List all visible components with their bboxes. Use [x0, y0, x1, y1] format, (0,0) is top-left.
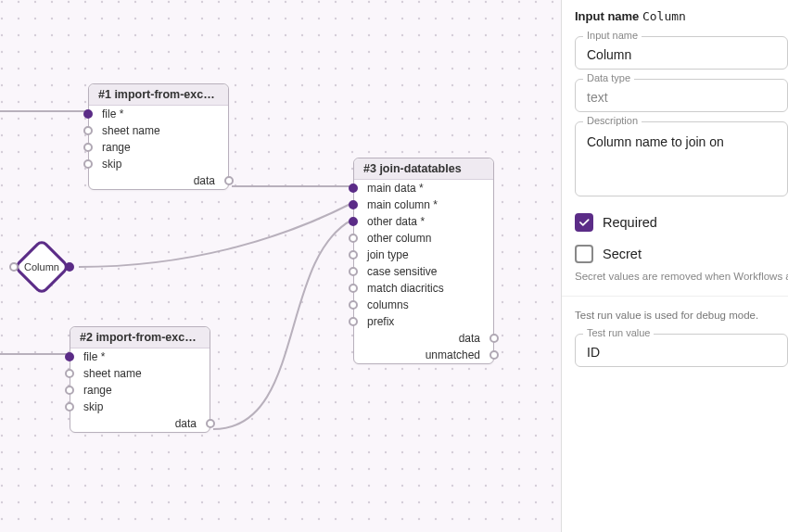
port-dot[interactable]: [489, 350, 499, 360]
port-label: skip: [102, 158, 121, 171]
port-dot[interactable]: [224, 176, 234, 185]
port-dot[interactable]: [349, 284, 358, 293]
port-in[interactable]: main column *: [354, 196, 493, 213]
node-header: #2 import-from-excel...: [70, 327, 210, 348]
port-label: data: [175, 417, 197, 430]
required-row: Required: [575, 213, 788, 232]
node-header: #3 join-datatables: [354, 158, 493, 180]
test-run-hint: Test run value is used for debug mode.: [575, 308, 788, 323]
port-label: main data *: [367, 182, 424, 195]
port-dot[interactable]: [349, 234, 358, 243]
field-legend: Input name: [583, 30, 642, 41]
port-label: other data *: [367, 215, 425, 228]
port-in[interactable]: sheet name: [89, 122, 228, 139]
port-out[interactable]: data: [354, 330, 493, 347]
port-in[interactable]: match diacritics: [354, 280, 493, 297]
port-out[interactable]: data: [89, 172, 228, 189]
port-dot[interactable]: [349, 250, 358, 260]
required-label: Required: [603, 215, 657, 230]
port-dot[interactable]: [65, 402, 74, 412]
port-in[interactable]: skip: [89, 156, 228, 172]
port-dot[interactable]: [349, 200, 358, 209]
port-label: unmatched: [426, 348, 480, 361]
input-node-column[interactable]: Column: [14, 239, 70, 295]
port-in[interactable]: skip: [70, 399, 210, 415]
port-label: match diacritics: [367, 282, 444, 295]
port-label: range: [83, 384, 112, 397]
port-dot[interactable]: [349, 184, 358, 193]
node-import-2[interactable]: #2 import-from-excel... file *sheet name…: [70, 326, 210, 433]
secret-row: Secret: [575, 245, 788, 263]
port-dot[interactable]: [349, 217, 358, 226]
data-type-input[interactable]: [585, 89, 778, 106]
panel-title-prefix: Input name: [575, 9, 639, 23]
panel-divider: [562, 296, 788, 297]
properties-panel: Input name Column Input name Data type D…: [561, 0, 788, 532]
port-in[interactable]: range: [70, 382, 210, 399]
node-join[interactable]: #3 join-datatables main data *main colum…: [353, 158, 494, 364]
port-in[interactable]: file *: [89, 106, 228, 122]
port-in[interactable]: other column: [354, 230, 493, 247]
test-run-input[interactable]: [585, 344, 778, 361]
port-dot[interactable]: [83, 159, 93, 169]
port-in[interactable]: prefix: [354, 313, 493, 330]
port-label: file *: [102, 108, 123, 120]
port-dot[interactable]: [349, 317, 358, 326]
port-in[interactable]: columns: [354, 297, 493, 313]
secret-hint: Secret values are removed when Workflows…: [575, 269, 788, 285]
port-dot[interactable]: [65, 386, 74, 395]
field-test-run[interactable]: Test run value: [575, 334, 788, 367]
port-in[interactable]: main data *: [354, 180, 493, 196]
port-dot[interactable]: [83, 109, 93, 119]
port-label: case sensitive: [367, 265, 437, 278]
port-dot[interactable]: [489, 334, 499, 343]
port-dot[interactable]: [349, 267, 358, 276]
port-label: data: [459, 332, 480, 345]
port-dot[interactable]: [349, 300, 358, 310]
port-out[interactable]: data: [70, 415, 210, 432]
port-dot[interactable]: [206, 419, 215, 428]
input-node-label: Column: [14, 239, 70, 295]
port-label: data: [194, 174, 215, 187]
port-dot[interactable]: [83, 143, 93, 152]
required-checkbox[interactable]: [575, 213, 593, 232]
workflow-canvas[interactable]: Column #1 import-from-excel... file *she…: [0, 0, 561, 532]
port-label: other column: [367, 232, 431, 245]
port-label: sheet name: [83, 367, 142, 380]
port-dot[interactable]: [83, 126, 93, 135]
port-dot[interactable]: [65, 352, 74, 361]
port-label: file *: [83, 350, 105, 363]
port-in[interactable]: join type: [354, 247, 493, 263]
field-legend: Test run value: [583, 327, 654, 338]
port-label: join type: [367, 248, 409, 261]
port-in[interactable]: case sensitive: [354, 263, 493, 280]
field-input-name[interactable]: Input name: [575, 36, 788, 70]
field-data-type[interactable]: Data type: [575, 79, 788, 112]
description-textarea[interactable]: [585, 132, 778, 187]
secret-checkbox[interactable]: [575, 245, 593, 263]
port-in[interactable]: range: [89, 139, 228, 156]
field-description[interactable]: Description: [575, 121, 788, 196]
port-in[interactable]: file *: [70, 348, 210, 365]
node-header: #1 import-from-excel...: [89, 84, 228, 106]
port-out[interactable]: unmatched: [354, 347, 493, 363]
field-legend: Description: [583, 115, 642, 126]
input-port-right[interactable]: [65, 262, 74, 272]
port-label: range: [102, 141, 131, 154]
port-label: skip: [83, 400, 103, 413]
port-in[interactable]: sheet name: [70, 365, 210, 382]
port-label: sheet name: [102, 124, 160, 137]
panel-title: Input name Column: [575, 9, 788, 23]
node-import-1[interactable]: #1 import-from-excel... file *sheet name…: [88, 83, 229, 190]
field-legend: Data type: [583, 72, 634, 83]
port-label: main column *: [367, 198, 438, 211]
input-name-input[interactable]: [585, 46, 778, 63]
port-in[interactable]: other data *: [354, 213, 493, 230]
input-port-left[interactable]: [9, 262, 19, 272]
port-label: columns: [367, 298, 409, 311]
secret-label: Secret: [603, 247, 642, 261]
port-label: prefix: [367, 315, 394, 328]
port-dot[interactable]: [65, 369, 74, 378]
check-icon: [578, 216, 591, 229]
panel-title-value: Column: [642, 9, 686, 23]
